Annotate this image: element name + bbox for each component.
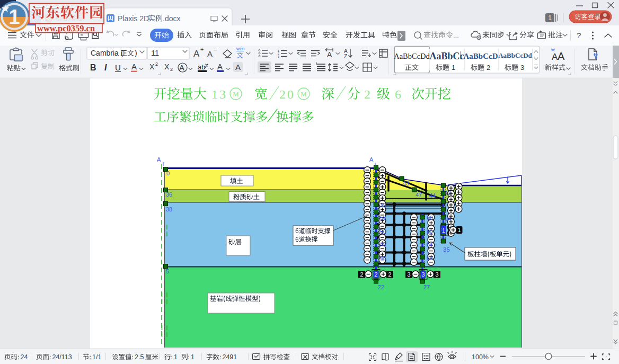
svg-text:B: B xyxy=(90,63,96,72)
svg-text:50: 50 xyxy=(380,228,386,235)
svg-text:A: A xyxy=(235,63,241,72)
svg-text:94: 94 xyxy=(445,216,452,222)
svg-text:2: 2 xyxy=(360,271,363,278)
svg-text:U: U xyxy=(115,63,121,72)
svg-text:1/1: 1/1 xyxy=(92,353,101,361)
svg-text:27: 27 xyxy=(423,284,430,290)
svg-text:1: 1 xyxy=(548,14,552,22)
svg-text:ab: ab xyxy=(198,63,205,71)
svg-text:47: 47 xyxy=(415,192,422,198)
svg-text:www.pc0359.cn: www.pc0359.cn xyxy=(37,23,95,33)
svg-text:AaBbCcD: AaBbCcD xyxy=(463,52,498,60)
svg-text:2: 2 xyxy=(155,61,158,67)
svg-text:A: A xyxy=(131,62,137,71)
svg-text:45: 45 xyxy=(380,241,386,247)
svg-text:X: X xyxy=(164,63,170,71)
svg-text:3: 3 xyxy=(520,64,524,72)
svg-text:X: X xyxy=(149,63,155,71)
svg-text:A: A xyxy=(157,156,161,163)
svg-text:42: 42 xyxy=(445,190,451,196)
svg-text:39: 39 xyxy=(380,202,386,208)
svg-text:2: 2 xyxy=(388,271,391,278)
svg-text:20: 20 xyxy=(279,87,295,101)
svg-text:36: 36 xyxy=(166,191,172,198)
svg-text:69: 69 xyxy=(427,255,433,261)
svg-text:43: 43 xyxy=(403,180,409,187)
svg-text:?: ? xyxy=(577,31,581,40)
svg-text:6: 6 xyxy=(395,87,401,101)
svg-text:M: M xyxy=(233,90,239,98)
svg-text:1: 1 xyxy=(8,6,20,28)
svg-text:46: 46 xyxy=(380,255,386,261)
svg-text:2.5: 2.5 xyxy=(135,353,144,361)
svg-text:AaBbCcDd: AaBbCcDd xyxy=(394,52,430,60)
svg-text:M: M xyxy=(300,90,307,98)
svg-text:A: A xyxy=(217,62,223,71)
svg-text:Cambria (: Cambria ( xyxy=(91,49,123,57)
svg-text:11: 11 xyxy=(151,49,159,57)
svg-text:): ) xyxy=(135,49,137,57)
svg-text:1: 1 xyxy=(191,353,194,361)
svg-text:0: 0 xyxy=(166,170,170,176)
svg-text:3: 3 xyxy=(407,271,410,278)
svg-text:A: A xyxy=(193,49,200,59)
svg-text:2: 2 xyxy=(170,67,173,72)
svg-text:AaBbCcDd: AaBbCcDd xyxy=(498,51,532,59)
svg-text:2: 2 xyxy=(364,87,370,101)
svg-text:3: 3 xyxy=(435,271,438,278)
svg-text:1: 1 xyxy=(174,353,178,361)
svg-text:64: 64 xyxy=(427,241,433,247)
svg-text:24: 24 xyxy=(20,353,28,361)
svg-text:AaBbCc: AaBbCc xyxy=(429,51,464,61)
svg-text:3: 3 xyxy=(278,55,279,58)
svg-text:66: 66 xyxy=(427,215,433,221)
svg-text:3: 3 xyxy=(421,271,425,278)
svg-text:44: 44 xyxy=(429,192,436,199)
svg-text:A: A xyxy=(179,63,184,72)
svg-text:58: 58 xyxy=(380,215,386,221)
svg-text:1: 1 xyxy=(457,227,461,233)
svg-text:I: I xyxy=(104,63,107,72)
svg-text:1: 1 xyxy=(442,227,445,234)
svg-text:5: 5 xyxy=(166,268,169,274)
svg-text:2: 2 xyxy=(487,64,490,72)
svg-text:2: 2 xyxy=(374,271,377,278)
svg-text:35: 35 xyxy=(443,246,450,253)
svg-text:Plaxis 2D: Plaxis 2D xyxy=(118,14,149,23)
svg-text:38: 38 xyxy=(166,206,172,212)
svg-text:A: A xyxy=(558,50,565,62)
svg-text:+: + xyxy=(200,46,204,52)
svg-text:60: 60 xyxy=(427,228,433,235)
svg-text:100%: 100% xyxy=(472,353,489,361)
svg-text:2491: 2491 xyxy=(222,353,237,361)
svg-text:24/113: 24/113 xyxy=(52,353,72,361)
svg-text:A: A xyxy=(327,50,332,59)
svg-text:22: 22 xyxy=(378,284,384,290)
svg-text:.docx: .docx xyxy=(163,14,180,23)
svg-text:–: – xyxy=(214,46,217,52)
svg-text:A: A xyxy=(207,49,213,58)
svg-text:Z: Z xyxy=(344,54,347,59)
svg-text:13: 13 xyxy=(211,87,227,101)
svg-text:wén: wén xyxy=(236,46,245,51)
svg-text:...: ... xyxy=(453,31,459,39)
svg-text:1: 1 xyxy=(452,64,455,72)
svg-text:A: A xyxy=(369,156,374,163)
